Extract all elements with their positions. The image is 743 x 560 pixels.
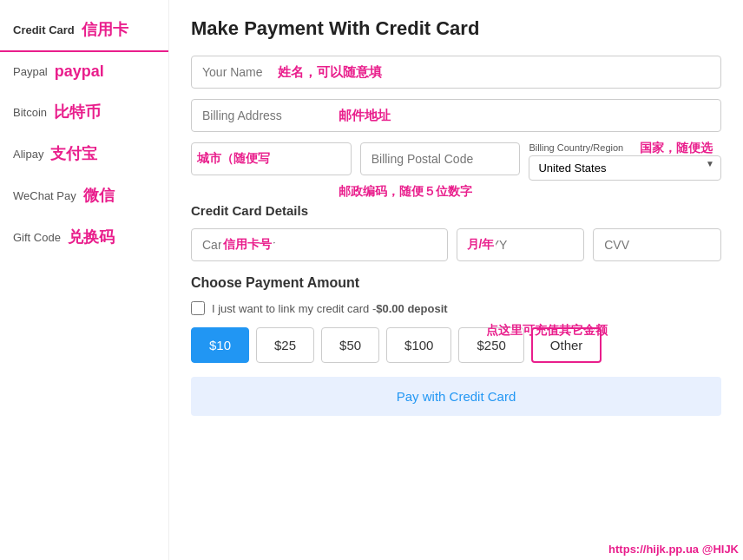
billing-country-label: Billing Country/Region [529,142,721,153]
amount-buttons: $10 $25 $50 $100 $250 Other 点这里可充值其它金额 [191,327,721,363]
sidebar-item-wechat-pay[interactable]: WeChat Pay 微信 [0,175,168,216]
amount-btn-50[interactable]: $50 [321,327,379,363]
link-card-label: I just want to link my credit card -$0.0… [212,302,448,315]
pay-with-credit-card-button[interactable]: Pay with Credit Card [397,389,516,404]
link-card-row: I just want to link my credit card -$0.0… [191,301,721,315]
footer-watermark: https://hijk.pp.ua @HIJK [608,543,739,556]
sidebar-item-alipay[interactable]: Alipay 支付宝 [0,133,168,175]
sidebar-item-gift-code[interactable]: Gift Code 兑换码 [0,216,168,258]
billing-country-select[interactable]: United States China Other [529,155,721,181]
amount-btn-10[interactable]: $10 [191,327,249,363]
amount-btn-100[interactable]: $100 [386,327,451,363]
sidebar-item-cn-label: paypal [55,63,104,81]
sidebar-item-en-label: Gift Code [13,231,61,244]
sidebar-item-paypal[interactable]: Paypal paypal [0,52,168,91]
sidebar-item-en-label: WeChat Pay [13,189,76,202]
sidebar-item-cn-label: 兑换码 [68,227,115,247]
amount-btn-25[interactable]: $25 [256,327,314,363]
annot-your-name: 姓名，可以随意填 [278,64,382,81]
your-name-input[interactable] [191,56,721,89]
city-postal-country-row: 城市（随便写 Billing Country/Region United Sta… [191,142,721,181]
annot-expiry: 月/年 [465,237,496,253]
sidebar-item-cn-label: 微信 [83,185,115,206]
card-details-row: 信用卡号 月/年 [191,228,721,261]
billing-country-wrapper: Billing Country/Region United States Chi… [529,142,721,181]
sidebar-item-en-label: Paypal [13,65,48,78]
sidebar-item-cn-label: 信用卡 [82,19,128,40]
sidebar-item-en-label: Alipay [13,148,43,161]
sidebar-item-credit-card[interactable]: Credit Card 信用卡 [0,9,168,52]
annot-billing-addr: 邮件地址 [339,108,391,124]
billing-address-group: 邮件地址 [191,99,721,132]
link-card-checkbox[interactable] [191,301,205,315]
sidebar: Credit Card 信用卡 Paypal paypal Bitcoin 比特… [0,0,169,560]
annot-card-num: 信用卡号 [221,237,273,253]
sidebar-item-cn-label: 比特币 [54,102,101,122]
name-field-group: 姓名，可以随意填 [191,56,721,89]
annot-postal: 邮政编码，随便５位数字 [339,184,472,200]
payment-amount-title: Choose Payment Amount [191,275,721,291]
billing-address-input[interactable] [191,99,721,132]
sidebar-item-cn-label: 支付宝 [50,143,97,164]
billing-postal-input[interactable] [360,142,521,175]
sidebar-item-bitcoin[interactable]: Bitcoin 比特币 [0,91,168,133]
card-cvv-input[interactable] [593,228,721,261]
annot-city: 城市（随便写 [195,151,272,167]
sidebar-item-en-label: Credit Card [13,23,75,36]
pay-button-wrapper: Pay with Credit Card [191,377,721,416]
sidebar-item-en-label: Bitcoin [13,106,47,119]
annot-other: 点这里可充值其它金额 [486,323,608,339]
page-title: Make Payment With Credit Card [191,17,721,40]
credit-card-section-title: Credit Card Details [191,203,721,218]
main-content: Make Payment With Credit Card 姓名，可以随意填 邮… [169,0,743,560]
